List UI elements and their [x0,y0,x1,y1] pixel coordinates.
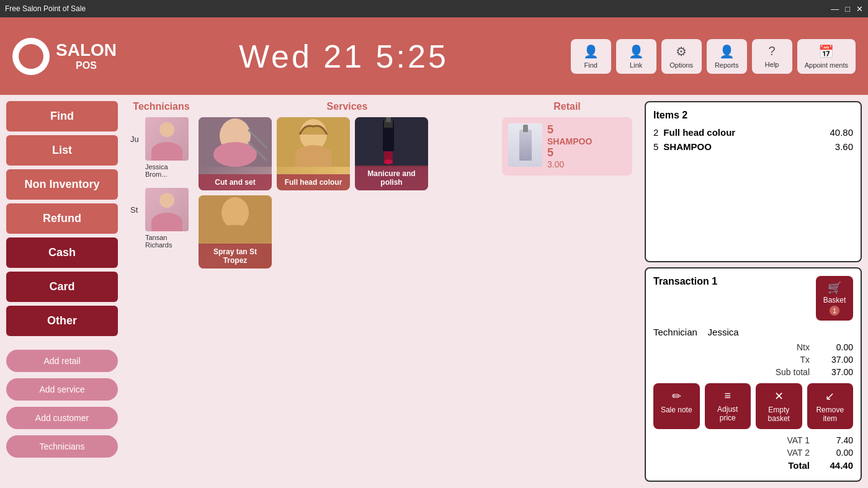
tech-info-ju: Ju [130,117,189,161]
service-spray-tan-label: Spray tan St Tropez [199,244,272,268]
logo-text: SALON POS [56,41,117,71]
technicians-section: Technicians Ju JessicaBrom... [130,101,192,482]
retail-qty2: 5 [547,146,626,159]
retail-bottle-icon [519,130,532,161]
basket-label: Basket [823,296,846,304]
basket-badge: 1 [830,306,839,316]
item-price-shampoo: 3.60 [835,141,853,152]
tx-vat2-label: VAT 2 [787,448,810,458]
titlebar-title: Free Salon Point of Sale [5,4,86,13]
maximize-button[interactable]: □ [845,4,850,14]
tech-name-ju: Ju [130,135,143,144]
nav-find-button[interactable]: 👤 Find [571,39,611,74]
non-inventory-button[interactable]: Non Inventory [6,169,118,200]
nav-appointments-label: Appoint ments [805,61,848,69]
sale-note-button[interactable]: ✏ Sale note [653,383,700,429]
svg-point-12 [384,159,393,164]
empty-basket-icon: ✕ [774,389,784,403]
tx-subtotal-value: 37.00 [822,367,853,377]
minimize-button[interactable]: — [831,4,839,14]
empty-basket-button[interactable]: ✕ Empty basket [756,383,802,429]
service-cut-set[interactable]: Cut and set [199,117,272,190]
tx-buttons: ✏ Sale note ≡ Adjust price ✕ Empty baske… [653,383,853,429]
logo-name: SALON [56,40,117,60]
basket-button[interactable]: 🛒 Basket 1 [816,276,853,321]
tx-technician: Technician Jessica [653,327,853,337]
retail-qty: 5 [547,123,626,136]
tx-header: Transaction 1 🛒 Basket 1 [653,276,853,321]
close-button[interactable]: ✕ [856,4,863,14]
tx-vat1-label: VAT 1 [787,435,810,445]
tech-avatar-ju [145,117,189,161]
retail-price: 3.00 [547,159,626,169]
spray-tan-image [199,195,272,245]
nav-reports-button[interactable]: 👤 Reports [707,39,747,74]
tx-tech-label: Technician [653,327,697,337]
remove-item-button[interactable]: ↙ Remove item [807,383,854,429]
services-title: Services [199,101,496,112]
svg-point-14 [221,197,249,228]
item-qty-shampoo: 5 [653,141,658,152]
nav-help-button[interactable]: ? Help [752,39,792,74]
appointments-icon: 📅 [818,44,834,59]
card-button[interactable]: Card [6,272,118,302]
basket-icon: 🛒 [828,281,841,295]
adjust-price-icon: ≡ [724,389,731,402]
header: SALON POS Wed 21 5:25 👤 Find 👤 Link ⚙ Op… [0,17,868,95]
other-button[interactable]: Other [6,306,118,336]
tx-tx-label: Tx [800,355,810,365]
item-price-fullhead: 40.80 [830,127,853,138]
nav-appointments-button[interactable]: 📅 Appoint ments [797,39,856,74]
services-grid: Cut and set Full head colour [199,117,496,268]
retail-shampoo-info: 5 SHAMPOO 5 3.00 [547,123,626,169]
sidebar: Find List Non Inventory Refund Cash Card… [0,95,124,488]
service-manicure[interactable]: Manicure and polish [355,117,428,190]
service-cut-set-label: Cut and set [199,174,272,190]
item-row-shampoo-left: 5 SHAMPOO [653,141,712,152]
find-button[interactable]: Find [6,101,118,131]
retail-title: Retail [502,101,632,112]
service-manicure-label: Manicure and polish [355,166,428,190]
cut-set-image [199,117,272,167]
service-spray-tan[interactable]: Spray tan St Tropez [199,195,272,268]
technicians-button[interactable]: Technicians [6,435,118,458]
nav-reports-label: Reports [715,61,739,69]
titlebar-controls: — □ ✕ [831,4,863,14]
item-name-shampoo: SHAMPOO [663,141,712,152]
nav-find-label: Find [584,61,597,69]
list-button[interactable]: List [6,135,118,166]
tx-total-label: Total [788,460,810,471]
titlebar: Free Salon Point of Sale — □ ✕ [0,0,868,17]
refund-button[interactable]: Refund [6,203,118,234]
tech-item-ju[interactable]: Ju [130,117,192,161]
cash-button[interactable]: Cash [6,237,118,268]
retail-card-shampoo[interactable]: 5 SHAMPOO 5 3.00 [502,117,632,175]
tx-vat2-value: 0.00 [822,448,853,458]
link-icon: 👤 [629,44,644,59]
service-full-head[interactable]: Full head colour [277,117,350,190]
help-icon: ? [769,44,776,58]
tx-title: Transaction 1 [653,276,717,287]
tx-tech-name: Jessica [708,327,739,337]
technicians-title: Technicians [130,101,192,112]
nav-help-label: Help [765,61,779,68]
add-customer-button[interactable]: Add customer [6,407,118,429]
tx-subtotal-row: Sub total 37.00 [653,367,853,377]
item-row-shampoo: 5 SHAMPOO 3.60 [653,141,853,152]
tx-vat2-row: VAT 2 0.00 [653,448,853,458]
tech-item-st[interactable]: St [130,188,192,231]
tx-subtotal-label: Sub total [776,367,810,377]
empty-basket-label: Empty basket [762,406,796,423]
right-panel: Items 2 2 Full head colour 40.80 5 SHAMP… [638,95,868,488]
item-qty-fullhead: 2 [653,127,658,138]
tech-avatar-st [145,188,189,231]
options-icon: ⚙ [676,44,687,59]
logo-circle [12,38,50,75]
add-retail-button[interactable]: Add retail [6,350,118,372]
nav-link-button[interactable]: 👤 Link [616,39,656,74]
full-head-image [277,117,350,167]
add-service-button[interactable]: Add service [6,378,118,401]
nav-options-button[interactable]: ⚙ Options [661,39,702,74]
adjust-price-button[interactable]: ≡ Adjust price [705,383,751,429]
logo-pos: POS [56,60,117,71]
